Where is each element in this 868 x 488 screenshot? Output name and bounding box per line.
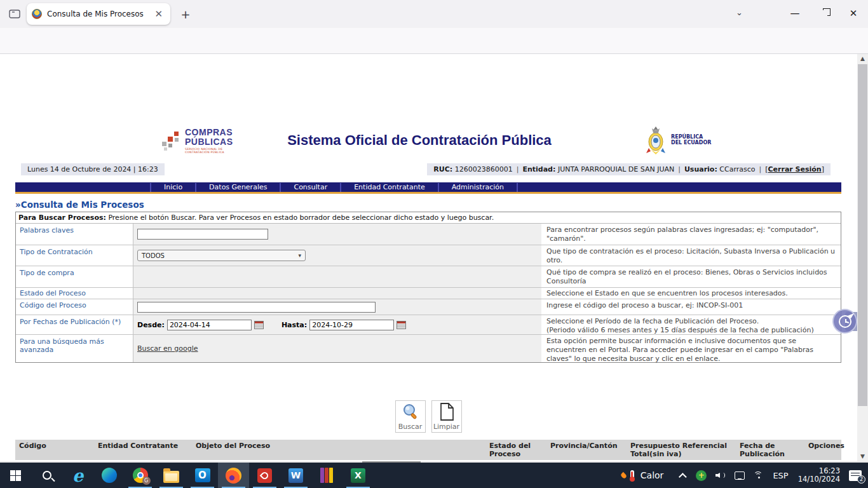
system-tray: Calor + ESP 16:23 14/10/2024 2 [617, 463, 868, 488]
session-banner: RUC: 1260023860001 | Entidad: JUNTA PARR… [427, 163, 831, 175]
results-header-row: Código Entidad Contratante Objeto del Pr… [15, 440, 841, 460]
language-indicator[interactable]: ESP [768, 463, 792, 488]
excel-icon[interactable]: X [342, 463, 374, 488]
wifi-icon[interactable] [749, 463, 768, 488]
form-row-tipo-contratacion: Tipo de Contratación TODOS▾ Que tipo de … [16, 245, 841, 266]
scroll-down-icon[interactable]: ▼ [857, 452, 868, 461]
outlook-icon[interactable]: O [187, 463, 218, 488]
action-buttons: Buscar Limpiar [15, 400, 841, 433]
coat-of-arms-icon [643, 125, 668, 154]
window-minimize-button[interactable]: — [780, 0, 810, 27]
blank-page-icon [438, 402, 455, 421]
calendar-icon[interactable] [397, 321, 406, 329]
form-row-estado-proceso: Estado del Proceso Seleccione el Estado … [16, 288, 841, 299]
tipo-contratacion-select[interactable]: TODOS▾ [137, 250, 306, 261]
window-restore-button[interactable] [810, 0, 839, 27]
firefox-icon[interactable] [218, 463, 249, 488]
fecha-hasta-input[interactable] [309, 320, 394, 330]
page-title: Sistema Oficial de Contratación Pública [229, 132, 610, 149]
session-timer-widget[interactable] [831, 309, 859, 334]
search-magnifier-icon [401, 402, 420, 421]
chevron-down-icon: ▾ [298, 252, 301, 259]
nav-item-consultar[interactable]: Consultar [281, 183, 341, 192]
palabras-claves-input[interactable] [137, 229, 268, 240]
window-close-button[interactable]: ✕ [839, 0, 868, 27]
form-row-fechas: Por Fechas de Publicación (*) Desde: Has… [16, 315, 841, 335]
logout-link[interactable]: Cerrar Sesión [768, 165, 822, 173]
file-explorer-icon[interactable] [156, 463, 187, 488]
acrobat-icon[interactable] [249, 463, 280, 488]
main-navigation: Inicio Datos Generales Consultar Entidad… [15, 182, 841, 194]
nav-item-datos-generales[interactable]: Datos Generales [196, 183, 281, 192]
cast-screen-icon[interactable] [730, 463, 749, 488]
tray-expand-chevron-icon[interactable] [677, 463, 691, 488]
browser-tab-bar: Consulta de Mis Procesos ✕ + ⌄ — ✕ [0, 0, 868, 28]
calendar-icon[interactable] [254, 321, 264, 329]
tab-list-chevron-icon[interactable]: ⌄ [736, 8, 743, 17]
form-row-codigo-proceso: Código del Proceso Ingrese el código del… [16, 299, 841, 315]
tab-title: Consulta de Mis Procesos [47, 10, 152, 18]
datetime-banner: Lunes 14 de Octubre de 2024 | 16:23 [21, 163, 165, 175]
form-row-palabras-claves: Palabras claves Para encontrar procesos … [16, 224, 841, 245]
thermometer-icon [630, 470, 634, 480]
limpiar-button[interactable]: Limpiar [431, 400, 462, 433]
start-button[interactable] [0, 463, 31, 488]
notification-center-icon[interactable]: 2 [849, 470, 862, 481]
edge-icon[interactable] [93, 463, 125, 488]
scrollbar-thumb[interactable] [858, 64, 867, 406]
fecha-desde-input[interactable] [167, 320, 252, 330]
browser-toolbar: ← → ⟳ https://www.compraspublicas.gob.ec… [0, 28, 868, 54]
heat-flame-icon [620, 471, 627, 478]
republic-ecuador-logo: REPÚBLICADEL ECUADOR [643, 125, 711, 154]
buscar-en-google-link[interactable]: Buscar en google [137, 344, 198, 353]
antivirus-icon[interactable]: + [691, 463, 711, 488]
volume-icon[interactable] [711, 463, 730, 488]
form-instructions: Para Buscar Procesos: Presione el botón … [16, 212, 841, 224]
active-tab[interactable]: Consulta de Mis Procesos ✕ [27, 3, 170, 25]
new-tab-button[interactable]: + [178, 8, 193, 21]
firefox-view-icon[interactable] [6, 6, 23, 22]
page-content: COMPRAS PÚBLICAS SERVICIO NACIONAL DE CO… [0, 54, 868, 461]
nav-item-inicio[interactable]: Inicio [150, 183, 196, 192]
form-row-tipo-compra: Tipo de compra Qué tipo de compra se rea… [16, 266, 841, 288]
buscar-button[interactable]: Buscar [395, 400, 426, 433]
section-title: »Consulta de Mis Procesos [15, 200, 841, 212]
site-favicon [32, 9, 42, 19]
windows-taskbar: e G O W X Calor + ESP 16:23 14/10/2024 2 [0, 463, 868, 488]
winged-clock-icon[interactable] [832, 309, 857, 334]
winrar-icon[interactable] [311, 463, 342, 488]
clock[interactable]: 16:23 14/10/2024 [793, 467, 845, 484]
taskbar-search-icon[interactable] [31, 463, 62, 488]
weather-widget[interactable]: Calor [617, 463, 668, 488]
word-icon[interactable]: W [280, 463, 311, 488]
chrome-icon[interactable]: G [125, 463, 156, 488]
nav-item-entidad-contratante[interactable]: Entidad Contratante [341, 183, 439, 192]
internet-explorer-icon[interactable]: e [62, 463, 93, 488]
vertical-scrollbar[interactable]: ▲ ▼ [857, 54, 868, 461]
results-table: Código Entidad Contratante Objeto del Pr… [15, 440, 841, 461]
nav-item-administracion[interactable]: Administración [439, 183, 518, 192]
logo-blocks-icon [161, 130, 182, 152]
scroll-up-icon[interactable]: ▲ [857, 54, 868, 64]
codigo-proceso-input[interactable] [137, 302, 376, 313]
search-form: Para Buscar Procesos: Presione el botón … [15, 212, 841, 363]
compras-publicas-logo: COMPRAS PÚBLICAS SERVICIO NACIONAL DE CO… [161, 128, 237, 154]
form-row-busqueda-avanzada: Para una búsqueda más avanzada Buscar en… [16, 335, 841, 362]
tab-close-icon[interactable]: ✕ [152, 8, 165, 20]
